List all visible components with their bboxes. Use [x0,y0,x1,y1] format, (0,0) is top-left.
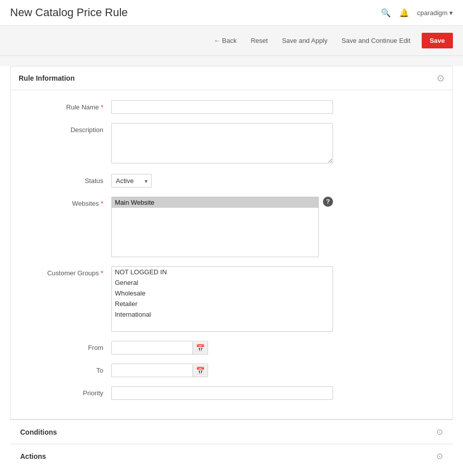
section-toggle-icon[interactable]: ⊙ [437,73,444,84]
save-and-apply-button[interactable]: Save and Apply [279,35,330,46]
customer-groups-row: Customer Groups NOT LOGGED IN General Wh… [11,266,452,332]
rule-information-body: Rule Name Description Status Active [11,90,452,419]
conditions-section: Conditions ⊙ [10,420,453,444]
customer-groups-control: NOT LOGGED IN General Wholesale Retailer… [111,266,333,332]
actions-header[interactable]: Actions ⊙ [10,444,453,468]
rule-information-section: Rule Information ⊙ Rule Name Description… [10,66,453,420]
status-select-wrapper: Active Inactive ▼ [111,174,152,188]
toolbar: ← Back Reset Save and Apply Save and Con… [0,26,463,56]
from-date-input[interactable] [112,341,192,354]
rule-name-input[interactable] [111,100,333,114]
priority-control [111,386,333,400]
websites-label: Websites [21,197,111,207]
conditions-header[interactable]: Conditions ⊙ [10,420,453,444]
rule-name-row: Rule Name [11,100,452,114]
status-label: Status [21,174,111,185]
websites-row-inner: Main Website ? [111,197,333,257]
actions-title: Actions [20,452,46,460]
page-title: New Catalog Price Rule [10,6,128,19]
status-control: Active Inactive ▼ [111,174,333,188]
to-label: To [21,364,111,374]
bell-icon[interactable]: 🔔 [399,8,409,18]
rule-name-control [111,100,333,114]
from-label: From [21,341,111,351]
from-control: 📅 [111,341,333,354]
from-calendar-icon[interactable]: 📅 [192,342,208,354]
from-row: From 📅 [11,341,452,354]
rule-information-header[interactable]: Rule Information ⊙ [11,67,452,90]
rule-information-title: Rule Information [19,74,75,82]
to-control: 📅 [111,364,333,377]
websites-help-icon[interactable]: ? [323,197,333,207]
from-date-wrapper: 📅 [111,341,208,354]
main-content: Rule Information ⊙ Rule Name Description… [0,66,463,476]
websites-control: Main Website ? [111,197,333,257]
description-input[interactable] [111,123,333,163]
description-label: Description [21,123,111,134]
to-row: To 📅 [11,364,452,377]
priority-input[interactable] [111,386,333,400]
status-row: Status Active Inactive ▼ [11,174,452,188]
reset-button[interactable]: Reset [248,35,271,46]
save-and-continue-button[interactable]: Save and Continue Edit [339,35,414,46]
status-select[interactable]: Active Inactive [111,174,152,188]
conditions-chevron-icon[interactable]: ⊙ [436,427,443,437]
conditions-title: Conditions [20,428,57,436]
actions-chevron-icon[interactable]: ⊙ [436,451,443,461]
description-row: Description [11,123,452,165]
description-control [111,123,333,165]
websites-row: Websites Main Website ? [11,197,452,257]
to-calendar-icon[interactable]: 📅 [192,365,208,377]
user-menu[interactable]: cparadigm ▾ [417,9,453,17]
websites-listbox[interactable]: Main Website [111,197,319,257]
save-button[interactable]: Save [422,33,453,48]
search-icon[interactable]: 🔍 [381,8,391,18]
priority-row: Priority [11,386,452,400]
to-date-input[interactable] [112,364,192,377]
page-header: New Catalog Price Rule 🔍 🔔 cparadigm ▾ [0,0,463,26]
customer-groups-listbox[interactable]: NOT LOGGED IN General Wholesale Retailer… [111,266,333,332]
to-date-wrapper: 📅 [111,364,208,377]
actions-section: Actions ⊙ [10,444,453,468]
customer-groups-label: Customer Groups [21,266,111,277]
header-right: 🔍 🔔 cparadigm ▾ [381,8,453,18]
priority-label: Priority [21,386,111,397]
back-button[interactable]: ← Back [211,35,240,46]
rule-name-label: Rule Name [21,100,111,111]
